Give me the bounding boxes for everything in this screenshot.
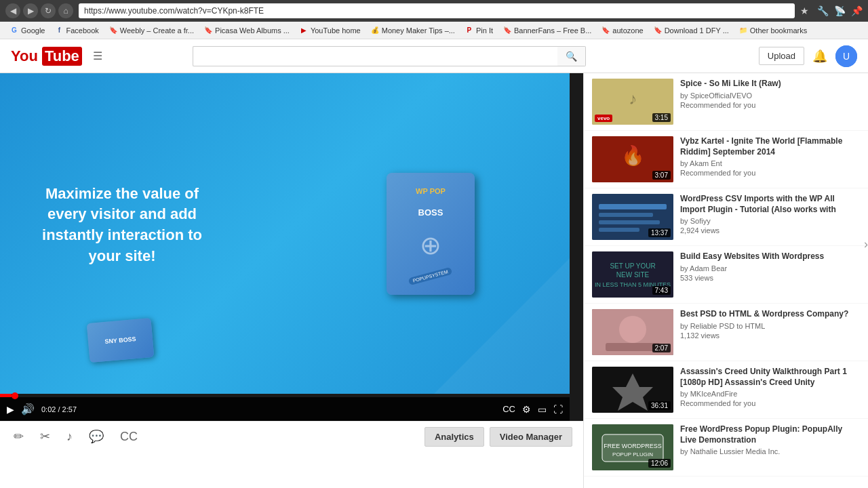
video-meta: 533 views <box>680 274 860 282</box>
svg-text:NEW SITE: NEW SITE <box>616 271 650 279</box>
video-title: Assassin's Creed Unity Walkthrough Part … <box>680 367 860 388</box>
sidebar-item-free-wordpress[interactable]: FREE WORDPRESS POPUP PLUGIN 12:06 Free W… <box>584 419 868 476</box>
video-title: Free WordPress Popup Plugin: PopupAlly L… <box>680 424 860 445</box>
video-duration: 3:07 <box>652 171 671 180</box>
settings-button[interactable]: ⚙ <box>522 404 531 415</box>
url-bar[interactable] <box>79 3 795 18</box>
video-info: Best PSD to HTML & Wordpress Company? by… <box>680 309 860 355</box>
logo-you: You <box>11 47 38 65</box>
refresh-button[interactable]: ↻ <box>41 3 56 18</box>
comment-tool-button[interactable]: 💬 <box>86 426 106 447</box>
video-channel: by Adam Bear <box>680 264 860 272</box>
home-button[interactable]: ⌂ <box>58 3 73 18</box>
video-progress-fill <box>0 394 12 397</box>
header-right: Upload 🔔 U <box>759 45 857 67</box>
fullscreen-button[interactable]: ⛶ <box>553 404 563 415</box>
video-duration: 36:31 <box>648 401 671 410</box>
svg-text:POPUP PLUGIN: POPUP PLUGIN <box>612 451 653 458</box>
search-input[interactable] <box>193 46 557 66</box>
notifications-icon[interactable]: 🔔 <box>812 49 827 64</box>
sidebar-item-assassins[interactable]: 36:31 Assassin's Creed Unity Walkthrough… <box>584 361 868 419</box>
search-button[interactable]: 🔍 <box>557 46 586 66</box>
video-canvas: Maximize the value of every visitor and … <box>0 73 570 394</box>
scroll-down-indicator[interactable]: › <box>864 237 868 251</box>
video-overlay-text: Maximize the value of every visitor and … <box>20 184 224 267</box>
svg-text:U: U <box>843 51 850 62</box>
video-meta: Recommended for you <box>680 169 860 177</box>
youtube-icon: ▶ <box>299 26 309 35</box>
svg-text:🔥: 🔥 <box>621 144 645 167</box>
video-section: Maximize the value of every visitor and … <box>0 73 583 488</box>
bookmark-youtube[interactable]: ▶ YouTube home <box>295 24 365 37</box>
search-bar: 🔍 <box>193 46 586 66</box>
video-info: WordPress CSV Imports with the WP All Im… <box>680 194 860 240</box>
thumbnail-container: 🔥 3:07 <box>592 136 673 182</box>
svg-rect-8 <box>599 213 653 217</box>
main-content: Maximize the value of every visitor and … <box>0 73 868 488</box>
facebook-icon: f <box>54 26 64 35</box>
subtitle-tool-button[interactable]: CC <box>117 427 140 447</box>
sidebar-item-spice[interactable]: ♪ vevo 3:15 Spice - So Mi Like It (Raw) … <box>584 73 868 131</box>
svg-rect-9 <box>599 220 660 224</box>
enhance-tool-button[interactable]: ✂ <box>37 426 53 447</box>
extension-icon-3[interactable]: 📌 <box>851 5 863 16</box>
thumbnail-container: SET UP YOUR NEW SITE IN LESS THAN 5 MINU… <box>592 251 673 298</box>
bookmark-other[interactable]: 📁 Other bookmarks <box>734 24 811 37</box>
google-icon: G <box>9 26 19 35</box>
audio-tool-button[interactable]: ♪ <box>64 427 75 447</box>
video-meta: Recommended for you <box>680 399 860 407</box>
below-video-toolbar: ✏ ✂ ♪ 💬 CC Analytics Video Manager <box>0 421 583 451</box>
video-meta: 2,924 views <box>680 226 860 235</box>
analytics-button[interactable]: Analytics <box>425 427 484 447</box>
upload-button[interactable]: Upload <box>759 47 804 65</box>
video-progress-thumb <box>12 392 18 399</box>
video-player[interactable]: Maximize the value of every visitor and … <box>0 73 583 421</box>
product-image-right: WP POP BOSS ⊕ POPUPSYSTEM <box>387 173 475 295</box>
bookmark-weebly[interactable]: 🔖 Weebly – Create a fr... <box>104 24 198 37</box>
sidebar-item-wordpress-csv[interactable]: 13:37 WordPress CSV Imports with the WP … <box>584 188 868 246</box>
folder-icon: 📁 <box>738 26 748 35</box>
video-title: Build Easy Websites With Wordpress <box>680 251 860 262</box>
sidebar-item-vybz[interactable]: 🔥 3:07 Vybz Kartel - Ignite The World [F… <box>584 131 868 188</box>
volume-button[interactable]: 🔊 <box>21 403 35 415</box>
user-avatar[interactable]: U <box>835 45 857 67</box>
hamburger-icon[interactable]: ☰ <box>93 49 102 62</box>
bookmark-google[interactable]: G Google <box>5 24 49 37</box>
video-channel: by Nathalie Lussier Media Inc. <box>680 447 860 455</box>
video-channel: by Reliable PSD to HTML <box>680 322 860 330</box>
sidebar-item-build-easy[interactable]: SET UP YOUR NEW SITE IN LESS THAN 5 MINU… <box>584 246 868 304</box>
sidebar-item-psd-html[interactable]: 2:07 Best PSD to HTML & Wordpress Compan… <box>584 304 868 361</box>
forward-button[interactable]: ▶ <box>23 3 38 18</box>
thumbnail-container: ♪ vevo 3:15 <box>592 79 673 125</box>
bookmark-facebook[interactable]: f Facebook <box>50 24 102 37</box>
extension-icon-1[interactable]: 🔧 <box>817 5 829 16</box>
bookmark-picasa[interactable]: 🔖 Picasa Web Albums ... <box>199 24 294 37</box>
bookmark-download[interactable]: 🔖 Download 1 DFY ... <box>649 24 733 37</box>
bookmark-star-icon[interactable]: ★ <box>800 5 809 16</box>
browser-chrome: ◀ ▶ ↻ ⌂ ★ 🔧 📡 📌 <box>0 0 868 22</box>
video-seekbar-container[interactable] <box>0 394 583 397</box>
bookmark-moneymaker[interactable]: 💰 Money Maker Tips –... <box>366 24 459 37</box>
captions-button[interactable]: CC <box>502 404 515 414</box>
video-action-buttons: Analytics Video Manager <box>425 427 572 447</box>
video-info: Spice - So Mi Like It (Raw) by SpiceOffi… <box>680 79 860 125</box>
video-channel: by Akam Ent <box>680 159 860 167</box>
video-title: Vybz Kartel - Ignite The World [Flammabl… <box>680 136 860 157</box>
svg-text:FREE WORDPRESS: FREE WORDPRESS <box>604 443 662 449</box>
bookmark-autozone[interactable]: 🔖 autozone <box>597 24 647 37</box>
product-image-bottom: SNY BOSS <box>87 318 155 363</box>
video-manager-button[interactable]: Video Manager <box>490 427 572 447</box>
bookmark-pinit[interactable]: P Pin It <box>460 24 497 37</box>
youtube-logo[interactable]: YouTube <box>11 47 82 66</box>
play-button[interactable]: ▶ <box>7 404 14 415</box>
bannerfans-icon: 🔖 <box>502 26 512 35</box>
logo-tube: Tube <box>42 47 82 66</box>
video-duration: 7:43 <box>652 286 671 295</box>
extension-icon-2[interactable]: 📡 <box>834 5 846 16</box>
pinit-icon: P <box>465 26 474 35</box>
edit-tool-button[interactable]: ✏ <box>11 426 26 447</box>
back-button[interactable]: ◀ <box>5 3 20 18</box>
theater-mode-button[interactable]: ▭ <box>538 404 547 415</box>
video-meta: Recommended for you <box>680 101 860 109</box>
bookmark-bannerfans[interactable]: 🔖 BannerFans – Free B... <box>498 24 595 37</box>
